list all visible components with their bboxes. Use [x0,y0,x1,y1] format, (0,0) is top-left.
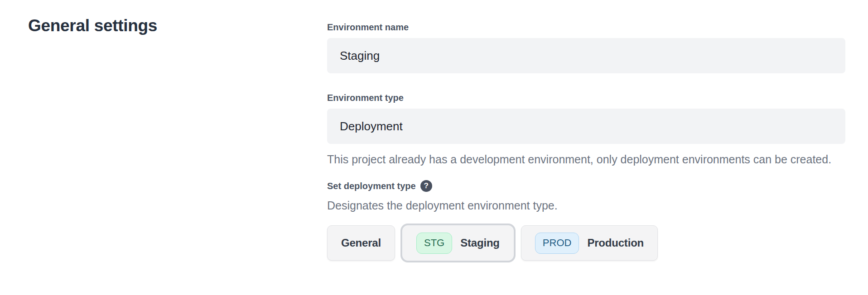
production-button-label: Production [587,237,644,249]
deployment-type-label-row: Set deployment type ? [327,180,845,192]
environment-name-label: Environment name [327,22,845,33]
page-title: General settings [28,16,157,35]
deployment-type-label: Set deployment type [327,180,416,192]
help-icon[interactable]: ? [420,180,432,192]
settings-form: Environment name Environment type This p… [327,22,845,261]
environment-type-helper-text: This project already has a development e… [327,150,845,168]
environment-type-label: Environment type [327,92,845,103]
general-settings-page: General settings Environment name Enviro… [0,0,868,295]
environment-name-input[interactable] [327,38,845,73]
deployment-type-staging-button[interactable]: STG Staging [402,225,514,261]
stg-badge: STG [416,233,452,254]
environment-type-input[interactable] [327,109,845,144]
deployment-type-options: General STG Staging PROD Production [327,225,845,261]
staging-button-label: Staging [460,237,500,249]
deployment-type-general-button[interactable]: General [327,225,395,261]
prod-badge: PROD [535,233,579,254]
environment-type-field: Environment type This project already ha… [327,92,845,168]
environment-name-field: Environment name [327,22,845,73]
deployment-type-description: Designates the deployment environment ty… [327,196,845,214]
deployment-type-production-button[interactable]: PROD Production [521,225,658,261]
general-button-label: General [341,237,381,249]
